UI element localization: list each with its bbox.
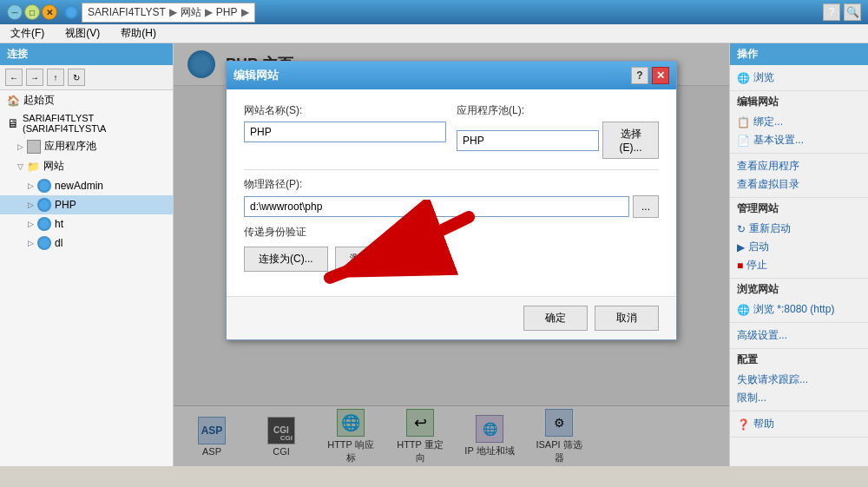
action-buttons: 连接为(C)... 测试设置(G)... (244, 247, 659, 272)
refresh-button[interactable]: ↻ (68, 69, 85, 86)
right-link-limits[interactable]: 限制... (737, 389, 861, 407)
right-link-basic[interactable]: 📄 基本设置... (737, 131, 861, 149)
back-button[interactable]: ← (5, 69, 23, 86)
site-name-label: 网站名称(S): (244, 103, 446, 118)
php-globe-icon (37, 198, 51, 212)
right-link-help[interactable]: ❓ 帮助 (737, 415, 861, 433)
tree-collapse: ▷ (17, 142, 23, 151)
basic-icon: 📄 (737, 135, 750, 147)
right-section-config-title: 配置 (737, 352, 861, 367)
browser-icon (64, 5, 78, 19)
right-link-fail-trace[interactable]: 失败请求跟踪... (737, 371, 861, 389)
main-area: 连接 ← → ↑ ↻ 🏠 起始页 🖥 SARIAFI4TLYST (SARIAF… (0, 43, 868, 466)
browse-button[interactable]: ... (633, 195, 659, 218)
bind-icon: 📋 (737, 116, 750, 128)
dl-globe-icon (37, 236, 51, 250)
sidebar-item-start[interactable]: 🏠 起始页 (0, 90, 173, 110)
sidebar-header: 连接 (0, 43, 173, 65)
modal-close-button[interactable]: ✕ (652, 67, 669, 84)
cancel-button[interactable]: 取消 (595, 306, 659, 331)
right-section-browse-title: 浏览网站 (737, 282, 861, 297)
close-button[interactable]: ✕ (42, 4, 57, 20)
sidebar-item-server[interactable]: 🖥 SARIAFI4TLYST (SARIAFI4TLYST\A (0, 110, 173, 136)
right-link-view-apps[interactable]: 查看应用程序 (737, 157, 861, 175)
tree-expand5: ▷ (28, 239, 34, 247)
search-icon[interactable]: 🔍 (844, 3, 861, 21)
sidebar-item-apppool[interactable]: ▷ 应用程序池 (0, 136, 173, 156)
right-link-start[interactable]: ▶ 启动 (737, 238, 861, 256)
maximize-button[interactable]: □ (24, 4, 40, 20)
right-panel: 操作 🌐 浏览 编辑网站 📋 绑定... 📄 基本设置... 查看应用程序 (729, 43, 868, 466)
right-link-view-vdirs[interactable]: 查看虚拟目录 (737, 175, 861, 194)
right-section-manage-title: 管理网站 (737, 201, 861, 216)
path-row: ... (244, 195, 659, 218)
sites-folder-icon: 📁 (27, 161, 40, 173)
ok-button[interactable]: 确定 (523, 306, 588, 331)
globe-small-icon: 🌐 (737, 304, 750, 316)
tree-expand: ▽ (17, 162, 23, 171)
help-icon[interactable]: ? (823, 3, 840, 21)
test-settings-button[interactable]: 测试设置(G)... (335, 247, 430, 272)
start-icon2: ▶ (737, 241, 745, 253)
browse-icon: 🌐 (737, 72, 750, 84)
sidebar-toolbar: ← → ↑ ↻ (0, 65, 173, 90)
site-name-input[interactable] (244, 122, 446, 142)
right-section-config: 配置 失败请求跟踪... 限制... (730, 349, 868, 411)
content-area: PHP 主页 老吴搭建教程 weixiaolive.com 编辑网站 ? ✕ (174, 43, 729, 466)
breadcrumb: SARIAFI4TLYST ▶ 网站 ▶ PHP ▶ (82, 3, 255, 23)
right-link-restart[interactable]: ↻ 重新启动 (737, 220, 861, 238)
help-circle-icon: ❓ (737, 418, 750, 431)
tree-expand2: ▷ (28, 181, 34, 190)
up-button[interactable]: ↑ (47, 69, 64, 86)
modal-footer: 确定 取消 (227, 296, 676, 339)
menu-file[interactable]: 文件(F) (7, 24, 48, 43)
site-globe-icon (37, 179, 51, 193)
stop-icon: ■ (737, 260, 743, 272)
window-controls[interactable]: ─ □ ✕ (7, 4, 57, 20)
sidebar-item-newadmin[interactable]: ▷ newAdmin (0, 176, 173, 195)
sidebar-item-ht[interactable]: ▷ ht (0, 214, 173, 234)
apppool-icon (27, 140, 41, 154)
app-pool-input[interactable] (457, 130, 599, 151)
right-section-browse: 🌐 浏览 (730, 65, 868, 91)
sidebar-item-dl[interactable]: ▷ dl (0, 234, 173, 253)
minimize-button[interactable]: ─ (7, 4, 23, 20)
server-icon: 🖥 (7, 116, 19, 130)
right-link-advanced[interactable]: 高级设置... (737, 326, 861, 345)
connect-as-button[interactable]: 连接为(C)... (244, 247, 328, 272)
tree-expand4: ▷ (28, 220, 34, 228)
modal-overlay: 编辑网站 ? ✕ 网站名称(S): 应用程序池 (174, 43, 729, 466)
right-link-bind[interactable]: 📋 绑定... (737, 113, 861, 131)
forward-button[interactable]: → (26, 69, 43, 86)
right-section-help: ❓ 帮助 (730, 411, 868, 438)
tree-expand3: ▷ (28, 201, 34, 209)
app-pool-label: 应用程序池(L): (457, 103, 659, 118)
physical-path-input[interactable] (244, 196, 629, 217)
ht-globe-icon (37, 217, 51, 231)
sidebar-item-php[interactable]: ▷ PHP (0, 195, 173, 214)
right-link-browse[interactable]: 🌐 浏览 (737, 69, 861, 87)
app-pool-group: 应用程序池(L): 选择(E)... (457, 103, 659, 159)
modal-help-button[interactable]: ? (631, 67, 648, 84)
sidebar-item-sites[interactable]: ▽ 📁 网站 (0, 156, 173, 176)
right-link-browse-8080[interactable]: 🌐 浏览 *:8080 (http) (737, 300, 861, 319)
right-link-stop[interactable]: ■ 停止 (737, 256, 861, 274)
right-panel-header: 操作 (730, 43, 868, 65)
modal-title: 编辑网站 (233, 68, 279, 83)
right-section-browse-site: 浏览网站 🌐 浏览 *:8080 (http) (730, 279, 868, 323)
right-section-edit: 编辑网站 📋 绑定... 📄 基本设置... (730, 91, 868, 154)
right-section-manage: 管理网站 ↻ 重新启动 ▶ 启动 ■ 停止 (730, 198, 868, 279)
modal-controls[interactable]: ? ✕ (631, 67, 669, 84)
menu-help[interactable]: 帮助(H) (117, 24, 160, 43)
physical-path-label: 物理路径(P): (244, 178, 302, 190)
restart-icon: ↻ (737, 223, 746, 235)
start-icon: 🏠 (7, 95, 20, 107)
modal-titlebar: 编辑网站 ? ✕ (227, 62, 676, 89)
right-section-advanced: 高级设置... (730, 323, 868, 349)
edit-site-dialog: 编辑网站 ? ✕ 网站名称(S): 应用程序池 (226, 61, 677, 340)
menu-view[interactable]: 视图(V) (62, 24, 103, 43)
menu-bar: 文件(F) 视图(V) 帮助(H) (0, 24, 868, 43)
modal-content: 网站名称(S): 应用程序池(L): 选择(E)... (227, 89, 676, 296)
select-app-pool-button[interactable]: 选择(E)... (602, 122, 659, 159)
right-section-edit-title: 编辑网站 (737, 95, 861, 109)
